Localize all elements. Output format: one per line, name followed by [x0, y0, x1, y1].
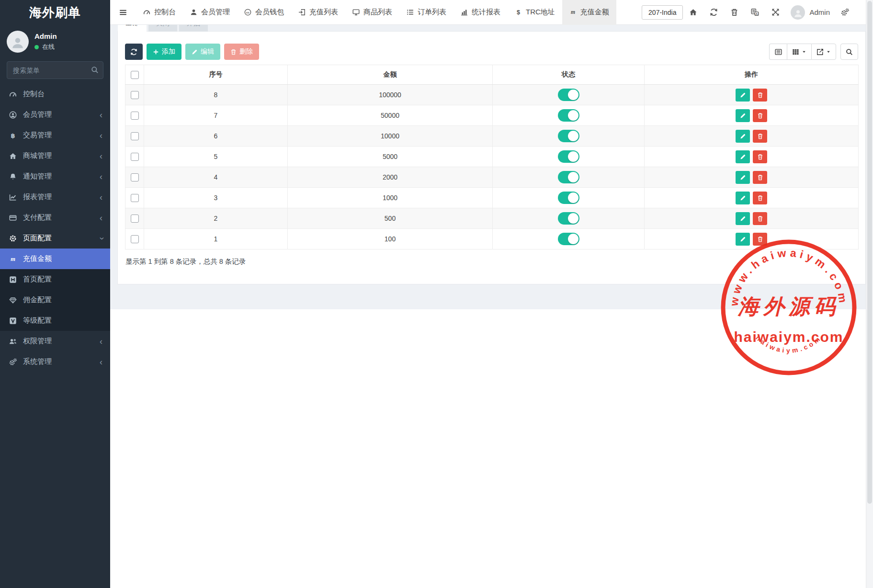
sidebar-item-12[interactable]: 权限管理‹	[0, 331, 110, 351]
sidebar-item-5[interactable]: 报表管理‹	[0, 187, 110, 207]
language-button[interactable]	[745, 0, 765, 25]
trash-icon	[757, 236, 763, 242]
sidebar-item-label: 页面配置	[23, 234, 52, 243]
edit-button[interactable]	[736, 130, 750, 143]
fullscreen-button[interactable]	[765, 0, 786, 25]
add-button[interactable]: 添加	[147, 44, 181, 60]
caret-down-icon	[826, 49, 831, 54]
home-button[interactable]	[683, 0, 703, 25]
toggle-knob	[568, 172, 578, 182]
settings-button[interactable]	[835, 0, 855, 25]
edit-selected-button[interactable]: 编辑	[185, 44, 220, 60]
edit-button[interactable]	[736, 233, 750, 246]
scrollbar-thumb[interactable]	[867, 1, 872, 504]
trash-icon	[757, 92, 763, 98]
pencil-icon	[192, 49, 198, 55]
toggle-knob	[568, 110, 578, 121]
topnav-item-4[interactable]: 商品列表	[345, 0, 399, 25]
topnav-item-7[interactable]: TRC地址	[508, 0, 562, 25]
sidebar-item-9[interactable]: 首页配置	[0, 269, 110, 290]
sidebar-item-2[interactable]: 交易管理‹	[0, 125, 110, 146]
column-header-3: 操作	[645, 65, 859, 85]
status-toggle[interactable]	[558, 192, 579, 204]
delete-button[interactable]	[753, 233, 767, 246]
status-toggle[interactable]	[558, 150, 579, 163]
topnav-item-5[interactable]: 订单列表	[399, 0, 454, 25]
sidebar-item-0[interactable]: 控制台	[0, 84, 110, 104]
sidebar-item-11[interactable]: 等级配置	[0, 310, 110, 331]
home-icon	[689, 8, 697, 16]
topnav-item-8[interactable]: 充值金额	[562, 0, 616, 25]
cell-seq: 7	[144, 105, 288, 126]
edit-button[interactable]	[736, 89, 750, 102]
columns-button[interactable]	[787, 44, 811, 60]
row-checkbox[interactable]	[131, 215, 139, 223]
bell-icon	[9, 173, 17, 181]
clear-cache-button[interactable]	[724, 0, 745, 25]
table-row-3: 55000	[125, 147, 859, 167]
delete-button[interactable]	[753, 150, 767, 163]
sidebar-item-label: 系统管理	[23, 357, 52, 366]
export-button[interactable]	[811, 44, 836, 60]
row-checkbox[interactable]	[131, 235, 139, 243]
row-checkbox[interactable]	[131, 132, 139, 140]
edit-button[interactable]	[736, 171, 750, 184]
row-checkbox[interactable]	[131, 153, 139, 161]
topnav-item-0[interactable]: 控制台	[136, 0, 183, 25]
status-toggle[interactable]	[558, 130, 579, 142]
status-toggle[interactable]	[558, 233, 579, 245]
delete-button[interactable]	[753, 130, 767, 143]
sidebar-search-input[interactable]	[7, 61, 103, 79]
edit-button[interactable]	[736, 192, 750, 204]
topnav-item-1[interactable]: 会员管理	[183, 0, 237, 25]
row-checkbox[interactable]	[131, 91, 139, 99]
delete-button[interactable]	[753, 109, 767, 122]
sidebar-item-10[interactable]: 佣金配置	[0, 290, 110, 310]
sidebar-toggle-button[interactable]	[110, 0, 136, 25]
cogs-icon	[9, 358, 17, 366]
topnav-item-6[interactable]: 统计报表	[454, 0, 508, 25]
paging-toggle-button[interactable]	[769, 44, 787, 60]
sidebar-item-label: 商城管理	[23, 151, 52, 160]
user-menu[interactable]: Admin	[786, 5, 835, 20]
page-scrollbar[interactable]	[866, 0, 873, 588]
pencil-icon	[740, 92, 746, 98]
status-toggle[interactable]	[558, 109, 579, 122]
top-navbar: 控制台会员管理会员钱包充值列表商品列表订单列表统计报表TRC地址充值金额 207…	[110, 0, 866, 25]
sidebar-item-8[interactable]: 充值金额	[0, 249, 110, 269]
search-toggle-button[interactable]	[840, 44, 858, 60]
topnav-item-2[interactable]: 会员钱包	[237, 0, 291, 25]
row-checkbox[interactable]	[131, 173, 139, 181]
delete-button[interactable]	[753, 212, 767, 225]
select-all-checkbox[interactable]	[131, 71, 139, 79]
status-toggle[interactable]	[558, 212, 579, 225]
refresh-button[interactable]	[125, 44, 143, 60]
edit-button[interactable]	[736, 109, 750, 122]
edit-button[interactable]	[736, 150, 750, 163]
sidebar-item-13[interactable]: 系统管理‹	[0, 351, 110, 372]
status-toggle[interactable]	[558, 171, 579, 183]
delete-button-label: 删除	[239, 47, 253, 56]
list-alt-icon	[775, 48, 782, 56]
sidebar-item-label: 报表管理	[23, 192, 52, 202]
site-selector-button[interactable]: 207-India	[642, 5, 683, 20]
refresh-page-button[interactable]	[703, 0, 724, 25]
status-toggle[interactable]	[558, 89, 579, 101]
sidebar-item-1[interactable]: 会员管理‹	[0, 104, 110, 125]
sidebar-item-6[interactable]: 支付配置‹	[0, 207, 110, 228]
sidebar-item-7[interactable]: 页面配置‹	[0, 228, 110, 249]
row-checkbox[interactable]	[131, 194, 139, 202]
delete-button[interactable]	[753, 89, 767, 102]
delete-button[interactable]	[753, 171, 767, 184]
table-row-0: 8100000	[125, 85, 859, 105]
column-header-1: 金额	[288, 65, 493, 85]
edit-button[interactable]	[736, 212, 750, 225]
translate-icon	[751, 8, 759, 16]
sidebar-item-4[interactable]: 通知管理‹	[0, 166, 110, 187]
topnav-item-3[interactable]: 充值列表	[291, 0, 345, 25]
sidebar-item-3[interactable]: 商城管理‹	[0, 146, 110, 166]
row-checkbox[interactable]	[131, 112, 139, 120]
bars-icon	[119, 8, 127, 17]
delete-selected-button[interactable]: 删除	[224, 44, 259, 60]
delete-button[interactable]	[753, 192, 767, 204]
